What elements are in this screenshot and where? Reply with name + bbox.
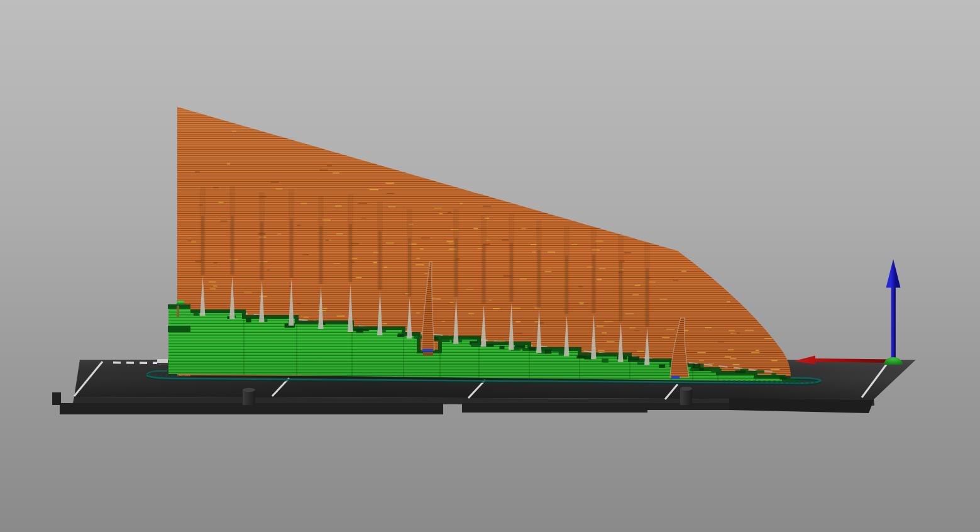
interface-clump <box>471 343 480 347</box>
layer-speckle <box>632 294 639 296</box>
layer-speckle <box>598 350 605 352</box>
interface-clump <box>441 340 449 342</box>
layer-speckle <box>420 248 424 250</box>
layer-speckle <box>730 358 737 359</box>
layer-speckle <box>358 202 368 204</box>
layer-speckle <box>434 208 442 209</box>
tower-streak <box>177 306 179 317</box>
interface-clump <box>659 365 665 368</box>
layer-speckle <box>718 341 724 343</box>
layer-speckle <box>531 244 537 245</box>
interface-clump <box>353 329 358 331</box>
layer-speckle <box>681 270 686 272</box>
layer-speckle <box>659 299 667 300</box>
bed-knob <box>680 389 692 405</box>
layer-speckle <box>336 316 344 317</box>
layer-speckle <box>333 172 339 174</box>
z-axis-shaft-edge <box>895 287 896 361</box>
layer-speckle <box>244 292 252 293</box>
support-interface <box>168 326 190 332</box>
interface-clump <box>602 358 608 362</box>
bed-base-block <box>729 398 874 413</box>
layer-speckle <box>597 279 602 280</box>
layer-speckle <box>382 323 387 324</box>
layer-speckle <box>213 262 217 263</box>
origin-marker <box>884 357 903 365</box>
layer-speckle <box>629 328 636 329</box>
layer-speckle <box>386 243 394 244</box>
layer-speckle <box>333 263 340 264</box>
column-base <box>423 352 433 356</box>
layer-speckle <box>580 303 583 304</box>
layer-speckle <box>466 289 473 290</box>
interface-clump <box>246 318 251 323</box>
layer-speckle <box>772 313 781 314</box>
layer-speckle <box>297 225 300 226</box>
origin-axes <box>884 259 903 365</box>
layer-speckle <box>771 360 778 361</box>
layer-speckle <box>728 349 734 350</box>
layer-speckle <box>532 252 536 253</box>
interface-clump <box>529 347 535 350</box>
layer-speckle <box>673 280 678 281</box>
layer-speckle <box>369 189 378 191</box>
layer-speckle <box>460 203 463 204</box>
layer-speckle <box>725 357 732 358</box>
interface-clump <box>578 356 586 358</box>
layer-speckle <box>544 271 551 272</box>
layer-speckle <box>448 212 451 213</box>
layer-speckle <box>597 326 604 327</box>
interface-clump <box>637 362 645 365</box>
layer-speckle <box>289 285 292 287</box>
layer-speckle <box>271 182 279 183</box>
bed-clip <box>157 359 168 363</box>
layer-speckle <box>220 221 228 222</box>
layer-speckle <box>514 333 522 334</box>
interface-clump <box>629 356 639 360</box>
layer-speckle <box>213 187 219 189</box>
layer-speckle <box>323 308 328 309</box>
interface-clump <box>711 369 721 372</box>
interface-clump <box>693 364 700 369</box>
layer-speckle <box>488 300 492 301</box>
layer-speckle <box>209 281 216 282</box>
layer-speckle <box>191 241 197 243</box>
layer-speckle <box>383 267 387 268</box>
layer-speckle <box>483 206 491 207</box>
layer-speckle <box>625 313 634 314</box>
layer-speckle <box>666 329 674 330</box>
interface-clump <box>756 370 764 374</box>
bed-clip-side <box>157 363 168 365</box>
layer-speckle <box>325 240 329 241</box>
layer-speckle <box>730 333 737 334</box>
layer-speckle <box>502 240 509 241</box>
layer-speckle <box>548 252 555 253</box>
layer-speckle <box>446 241 453 242</box>
layer-speckle <box>729 330 735 331</box>
layer-speckle <box>771 299 779 300</box>
layer-speckle <box>708 363 714 364</box>
layer-speckle <box>599 268 606 269</box>
interface-clump <box>735 370 746 373</box>
layer-speckle <box>442 321 445 322</box>
layer-speckle <box>320 170 328 171</box>
layer-speckle <box>439 213 443 214</box>
layer-speckle <box>519 279 527 280</box>
interface-clump <box>414 336 423 339</box>
bed-knob-top <box>243 388 255 392</box>
layer-speckle <box>512 308 521 309</box>
layer-speckle <box>727 301 730 302</box>
layer-speckle <box>327 165 332 167</box>
layer-speckle <box>769 333 776 334</box>
layer-speckle <box>515 321 520 323</box>
layer-speckle <box>749 295 757 296</box>
interface-clump <box>194 312 199 316</box>
layer-speckle <box>705 327 712 328</box>
layer-speckle <box>697 352 706 353</box>
layer-speckle <box>421 238 430 239</box>
interface-clump <box>771 373 776 375</box>
layer-speckle <box>388 206 396 208</box>
slicer-3d-viewport[interactable] <box>0 0 980 532</box>
layer-speckle <box>493 308 500 309</box>
layer-speckle <box>385 183 394 184</box>
